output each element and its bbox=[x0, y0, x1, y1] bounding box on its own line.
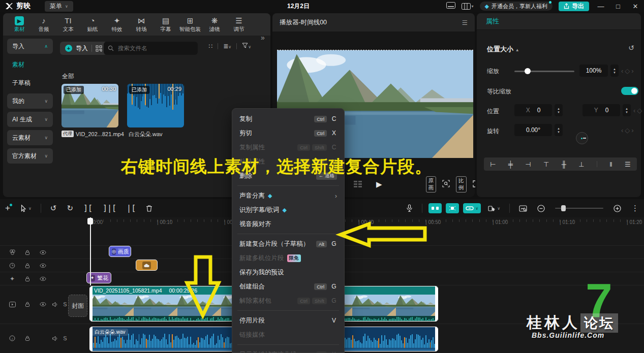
layout-panel-icon[interactable]: ▾ bbox=[462, 3, 474, 10]
tab-音频[interactable]: ♪音频 bbox=[32, 16, 56, 33]
tab-滤镜[interactable]: ❋滤镜 bbox=[202, 16, 227, 33]
filter-funnel-icon[interactable]: ∨ bbox=[242, 43, 251, 50]
record-voiceover-icon[interactable] bbox=[406, 204, 413, 212]
rotate-field[interactable]: 0.00° bbox=[514, 124, 552, 136]
scan-import-icon[interactable] bbox=[96, 45, 102, 52]
chevron-double-right-icon[interactable]: » bbox=[261, 34, 265, 42]
sidebar-item-我的[interactable]: 我的∨ bbox=[7, 93, 53, 109]
distribute-h-icon[interactable]: ‖ bbox=[609, 161, 612, 168]
link-clips-toggle[interactable]: ∨ bbox=[463, 203, 481, 213]
sidebar-item-AI 生成[interactable]: AI 生成∨ bbox=[7, 112, 53, 127]
lock-icon[interactable] bbox=[23, 262, 32, 270]
rotate-stepper[interactable]: ▲▼ bbox=[555, 124, 563, 136]
auto-ripple-toggle[interactable] bbox=[428, 203, 442, 213]
tab-智能包装[interactable]: ⊞智能包装 bbox=[178, 16, 202, 33]
uniform-scale-toggle[interactable] bbox=[621, 87, 638, 95]
player-menu-icon[interactable]: ☰ bbox=[462, 19, 468, 26]
timeline-zoom-slider[interactable] bbox=[555, 208, 603, 209]
clip-handle-left[interactable] bbox=[90, 286, 93, 322]
distribute-v-icon[interactable]: ☰ bbox=[625, 161, 631, 168]
visibility-icon[interactable] bbox=[39, 300, 47, 308]
tab-字幕[interactable]: ▤字幕 bbox=[154, 16, 178, 33]
tab-文本[interactable]: TI文本 bbox=[56, 16, 80, 33]
keyframe-controls[interactable]: ‹◇› bbox=[633, 107, 644, 114]
visibility-icon[interactable] bbox=[39, 275, 47, 283]
menu-item-停用片段[interactable]: 停用片段V bbox=[232, 313, 344, 328]
maximize-button[interactable]: □ bbox=[612, 3, 624, 10]
position-y-stepper[interactable]: ▲▼ bbox=[623, 104, 631, 116]
solo-icon[interactable]: S bbox=[61, 334, 69, 342]
filter-track-icon[interactable] bbox=[8, 248, 16, 256]
menu-item-创建组合[interactable]: 创建组合CtrlG bbox=[232, 279, 344, 294]
menu-item-视音频对齐[interactable]: 视音频对齐 bbox=[232, 217, 344, 231]
section-position-size[interactable]: 位置大小 ▲ bbox=[487, 45, 519, 54]
time-track-icon[interactable] bbox=[8, 262, 16, 270]
delete-icon[interactable] bbox=[146, 205, 152, 212]
clip-compare-icon[interactable] bbox=[354, 180, 362, 189]
filter-clip[interactable]: ◎画质 bbox=[109, 246, 131, 257]
tab-转场[interactable]: ⋈转场 bbox=[129, 16, 154, 33]
menu-item-识别字幕/歌词[interactable]: 识别字幕/歌词◆ bbox=[232, 203, 344, 217]
zoom-in-icon[interactable] bbox=[614, 205, 621, 212]
preview-axis-icon[interactable] bbox=[519, 205, 527, 212]
menu-item-声音分离[interactable]: 声音分离◆› bbox=[232, 188, 344, 203]
quality-badge[interactable]: 原画 bbox=[426, 176, 437, 192]
sidebar-item-子草稿[interactable]: 子草稿 bbox=[7, 75, 53, 90]
add-track-button[interactable]: + bbox=[5, 203, 10, 213]
menu-item-剪切[interactable]: 剪切CtrlX bbox=[232, 126, 344, 140]
position-x-stepper[interactable]: ▲▼ bbox=[555, 104, 563, 116]
align-top-icon[interactable]: ⊤ bbox=[543, 161, 549, 168]
preview-follow-tool[interactable]: ∨ bbox=[488, 205, 500, 212]
media-item-audio[interactable]: 已添加 00:29 bbox=[127, 84, 184, 127]
tab-特效[interactable]: ✦特效 bbox=[105, 16, 129, 33]
timeline-zoom-thumb[interactable] bbox=[561, 205, 566, 211]
media-item-video[interactable]: 已添加 00:30 bbox=[62, 84, 118, 127]
tab-贴纸[interactable]: ◔贴纸 bbox=[80, 16, 105, 33]
align-center-v-icon[interactable]: ╫ bbox=[562, 161, 566, 168]
align-right-icon[interactable]: ⊣ bbox=[525, 161, 531, 168]
lock-icon[interactable] bbox=[23, 248, 32, 256]
export-button[interactable]: 导出 bbox=[559, 2, 589, 11]
visibility-icon[interactable] bbox=[39, 262, 47, 270]
playhead-handle[interactable] bbox=[87, 218, 93, 224]
lock-icon[interactable] bbox=[23, 300, 32, 308]
clip-handle-left[interactable] bbox=[90, 327, 93, 351]
reset-icon[interactable]: ↺ bbox=[628, 44, 634, 52]
mute-icon[interactable] bbox=[51, 300, 59, 308]
effect-track-icon[interactable]: ✦ bbox=[8, 275, 16, 283]
minimize-button[interactable]: — bbox=[595, 3, 606, 10]
subtitle-panel-icon[interactable] bbox=[446, 2, 455, 10]
split-right-icon[interactable]: |[ bbox=[127, 204, 136, 213]
zoom-out-icon[interactable] bbox=[537, 205, 545, 212]
sidebar-item-素材[interactable]: 素材 bbox=[7, 57, 53, 72]
redo-button[interactable]: ↻ bbox=[67, 204, 73, 213]
keyframe-controls[interactable]: ‹◇› bbox=[621, 67, 635, 75]
position-x-field[interactable]: X0 bbox=[514, 104, 552, 116]
split-left-icon[interactable]: ]|[ bbox=[103, 204, 116, 213]
undo-button[interactable]: ↺ bbox=[50, 204, 57, 213]
audio-track-icon[interactable]: ♪ bbox=[8, 334, 16, 342]
more-options-icon[interactable]: ⋮ bbox=[631, 204, 639, 213]
magnetic-snap-toggle[interactable] bbox=[446, 203, 459, 213]
sidebar-item-云素材[interactable]: 云素材∨ bbox=[7, 130, 53, 145]
clip-handle-right[interactable] bbox=[435, 286, 438, 322]
grid-view-icon[interactable]: ∷ bbox=[209, 43, 213, 50]
sidebar-item-官方素材[interactable]: 官方素材∨ bbox=[7, 148, 53, 164]
scale-slider[interactable] bbox=[514, 71, 574, 72]
align-left-icon[interactable]: ⊢ bbox=[490, 161, 496, 168]
split-icon[interactable]: ][ bbox=[83, 204, 93, 213]
keyframe-controls[interactable]: ‹◇› bbox=[621, 126, 635, 134]
cover-button[interactable]: 封面 bbox=[68, 295, 87, 317]
mute-icon[interactable] bbox=[51, 334, 59, 342]
menu-item-复制[interactable]: 复制CtrlC bbox=[232, 112, 344, 126]
sticker-clip[interactable] bbox=[136, 260, 158, 271]
play-button[interactable]: ▶ bbox=[376, 180, 382, 189]
sidebar-item-导入[interactable]: 导入∧ bbox=[7, 39, 53, 54]
visibility-icon[interactable] bbox=[39, 248, 47, 256]
sort-icon[interactable]: ≣∨ bbox=[223, 43, 231, 50]
align-center-h-icon[interactable]: ╪ bbox=[508, 161, 513, 168]
video-track-icon[interactable] bbox=[8, 300, 16, 308]
tab-调节[interactable]: ☰调节 bbox=[227, 16, 251, 33]
preview-zoom-icon[interactable] bbox=[442, 180, 450, 189]
search-input[interactable] bbox=[117, 45, 185, 52]
